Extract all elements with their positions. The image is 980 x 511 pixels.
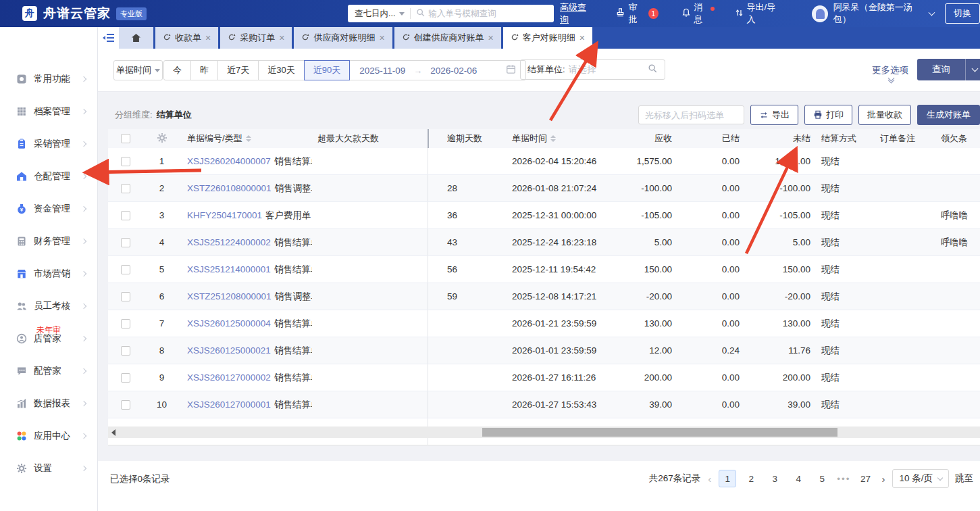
- quick-range-近30天[interactable]: 近30天: [258, 60, 304, 80]
- settlement-unit-input[interactable]: 结算单位: 请选择: [520, 59, 665, 80]
- page-button-3[interactable]: 3: [766, 470, 783, 487]
- row-checkbox[interactable]: [121, 265, 130, 274]
- column-header-doc_time[interactable]: 单据时间: [505, 129, 611, 148]
- select-all-checkbox[interactable]: [121, 134, 130, 143]
- date-to[interactable]: 2026-02-06: [430, 66, 477, 76]
- row-checkbox[interactable]: [121, 157, 130, 166]
- quick-range-昨[interactable]: 昨: [190, 60, 218, 80]
- close-icon[interactable]: ×: [279, 33, 284, 43]
- sort-icon[interactable]: [550, 135, 556, 142]
- doc-no-link[interactable]: XSJS260127000002: [187, 372, 271, 383]
- row-checkbox[interactable]: [121, 292, 130, 301]
- page-button-1[interactable]: 1: [719, 470, 736, 487]
- tab-supplier-statement-detail[interactable]: 供应商对账明细×: [294, 27, 392, 49]
- sidebar-item-finance[interactable]: 财务管理: [0, 225, 97, 258]
- tab-receipt[interactable]: 收款单×: [155, 27, 218, 49]
- doc-no-link[interactable]: KHFY2504170001: [187, 210, 262, 220]
- sidebar-item-marketing[interactable]: 市场营销: [0, 258, 97, 290]
- close-icon[interactable]: ×: [205, 33, 211, 43]
- doc-no-link[interactable]: XSJS260204000007: [187, 156, 271, 166]
- row-checkbox[interactable]: [121, 400, 130, 410]
- row-seq: 7: [143, 310, 180, 337]
- page-button-4[interactable]: 4: [790, 470, 807, 487]
- approval-link[interactable]: 审批 1: [615, 1, 659, 26]
- doc-no-link[interactable]: XSJS251214000001: [187, 264, 271, 274]
- iou-cell: 呼噜噜: [935, 202, 980, 228]
- generate-statement-button[interactable]: 生成对账单: [917, 105, 980, 125]
- sidebar-item-funds[interactable]: ¥资金管理: [0, 193, 97, 225]
- expand-chevrons-icon[interactable]: [889, 78, 894, 82]
- next-page-button[interactable]: ›: [880, 473, 886, 485]
- sidebar-item-common-functions[interactable]: 常用功能: [0, 63, 97, 95]
- refresh-icon[interactable]: [511, 33, 519, 43]
- sort-icon[interactable]: [246, 135, 251, 142]
- print-button[interactable]: 打印: [804, 105, 852, 125]
- row-checkbox[interactable]: [121, 319, 130, 328]
- tab-customer-statement-detail[interactable]: 客户对账明细×: [503, 27, 592, 49]
- user-name[interactable]: 阿呆呆（金陵第一汤包）: [833, 1, 926, 26]
- prev-page-button[interactable]: ‹: [706, 473, 713, 485]
- doc-no-link[interactable]: XSJS251224000002: [187, 237, 271, 247]
- scroll-left-arrow-icon[interactable]: [111, 429, 115, 436]
- import-export-link[interactable]: 导出/导入: [735, 1, 782, 26]
- scan-code-input[interactable]: [638, 105, 744, 124]
- batch-receive-button[interactable]: 批量收款: [858, 105, 911, 125]
- h-scrollbar[interactable]: [108, 427, 980, 438]
- query-dropdown-button[interactable]: [966, 59, 980, 80]
- date-field-selector[interactable]: 单据时间: [113, 60, 163, 80]
- row-checkbox[interactable]: [121, 346, 130, 356]
- sidebar-item-warehouse[interactable]: 仓配管理: [0, 160, 97, 193]
- row-checkbox[interactable]: [121, 184, 130, 193]
- quick-range-近90天[interactable]: 近90天: [304, 60, 350, 80]
- refresh-icon[interactable]: [228, 33, 236, 43]
- close-icon[interactable]: ×: [379, 33, 384, 43]
- sidebar-item-staff-appraisal[interactable]: 员工考核: [0, 290, 97, 322]
- h-scrollbar-thumb[interactable]: [482, 428, 837, 437]
- query-button[interactable]: 查询: [917, 59, 980, 80]
- row-checkbox[interactable]: [121, 211, 130, 220]
- row-checkbox[interactable]: [121, 238, 130, 247]
- messages-link[interactable]: 消息: [681, 1, 711, 26]
- tab-purchase-order[interactable]: 采购订单×: [220, 27, 292, 49]
- sidebar-item-purchase-sales[interactable]: 采销管理: [0, 128, 97, 160]
- export-button[interactable]: 导出: [750, 105, 798, 125]
- over-max-days-cell: [312, 148, 428, 174]
- column-settings-gear-icon[interactable]: [157, 132, 167, 145]
- column-header-doc[interactable]: 单据编号/类型: [180, 129, 312, 148]
- page-button-5[interactable]: 5: [813, 470, 831, 487]
- search-input[interactable]: [425, 6, 554, 21]
- row-checkbox[interactable]: [121, 373, 130, 383]
- tab-create-supplier-statement[interactable]: 创建供应商对账单×: [394, 27, 501, 49]
- doc-no-link[interactable]: XSTZ260108000001: [187, 183, 272, 193]
- date-from[interactable]: 2025-11-09: [359, 66, 405, 76]
- doc-no-link[interactable]: XSJS260125000021: [187, 345, 271, 356]
- sidebar-item-archives[interactable]: 档案管理: [0, 95, 97, 128]
- sidebar-item-delivery-keeper[interactable]: 配管家: [0, 355, 97, 387]
- advanced-query-link[interactable]: 高级查询: [560, 1, 594, 26]
- switch-account-button[interactable]: 切换: [945, 3, 980, 24]
- doc-no-link[interactable]: XSJS260127000001: [187, 399, 271, 410]
- page-button-27[interactable]: 27: [856, 470, 874, 487]
- search-scope-select[interactable]: 查七日内...: [348, 8, 410, 20]
- sidebar-item-store-keeper[interactable]: 店管家未年审: [0, 322, 97, 355]
- sidebar-item-app-center[interactable]: 应用中心: [0, 420, 97, 452]
- refresh-icon[interactable]: [402, 33, 410, 43]
- collapse-menu-button[interactable]: [98, 27, 119, 49]
- page-size-select[interactable]: 10 条/页: [892, 469, 949, 488]
- user-avatar[interactable]: [812, 5, 828, 22]
- date-range-picker[interactable]: 2025-11-09 → 2026-02-06: [349, 60, 526, 80]
- page-button-2[interactable]: 2: [742, 470, 760, 487]
- close-icon[interactable]: ×: [488, 33, 494, 43]
- quick-range-今[interactable]: 今: [163, 60, 191, 80]
- doc-no-link[interactable]: XSTZ251208000001: [187, 291, 272, 301]
- close-icon[interactable]: ×: [579, 33, 585, 43]
- refresh-icon[interactable]: [163, 33, 171, 43]
- user-menu-chevron-icon[interactable]: [929, 9, 935, 16]
- quick-range-近7天[interactable]: 近7天: [217, 60, 259, 80]
- sidebar-item-settings[interactable]: 设置: [0, 452, 97, 485]
- doc-no-link[interactable]: XSJS260125000004: [187, 318, 271, 328]
- method-cell: 现结: [816, 364, 875, 391]
- tab-home[interactable]: [119, 27, 153, 49]
- sidebar-item-data-reports[interactable]: 数据报表: [0, 387, 97, 420]
- refresh-icon[interactable]: [301, 33, 309, 43]
